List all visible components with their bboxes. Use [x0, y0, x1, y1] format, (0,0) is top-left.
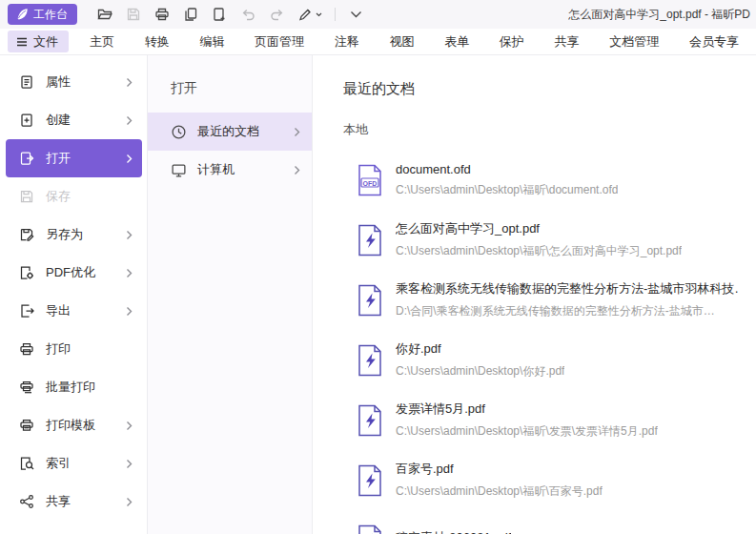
- menu-tab-convert[interactable]: 转换: [132, 29, 183, 54]
- submenu-arrow-icon: [126, 497, 133, 507]
- open-file-icon[interactable]: [91, 3, 119, 26]
- recent-file-item[interactable]: 发票详情5月.pdf C:\Users\admin\Desktop\福昕\发票\…: [357, 390, 738, 450]
- menu-tab-share[interactable]: 共享: [541, 29, 593, 54]
- pdf-file-icon: [357, 344, 383, 377]
- properties-icon: [19, 74, 34, 90]
- file-menu-item-label: PDF优化: [46, 264, 95, 281]
- file-name: document.ofd: [396, 162, 618, 176]
- recent-file-item[interactable]: document.ofd C:\Users\admin\Desktop\福昕\d…: [357, 150, 738, 210]
- file-name: 发票详情5月.pdf: [396, 400, 658, 418]
- workspace-button[interactable]: 工作台: [8, 4, 77, 25]
- ofd-file-icon: [357, 164, 383, 196]
- file-menu-item-batch-print[interactable]: 批量打印: [6, 368, 142, 406]
- recent-file-item[interactable]: 乘客检测系统无线传输数据的完整性分析方法-盐城市羽林科技… D:\合同\乘客检测…: [357, 270, 738, 330]
- file-path: C:\Users\admin\Desktop\福昕\document.ofd: [396, 182, 618, 198]
- new-from-file-icon[interactable]: [205, 3, 234, 26]
- quill-icon: [15, 8, 29, 21]
- file-menu-item-create[interactable]: 创建: [6, 101, 142, 139]
- pdf-file-icon: [357, 224, 383, 257]
- open-item-label: 最近的文档: [197, 123, 259, 140]
- file-menu-item-share[interactable]: 共享: [6, 483, 142, 521]
- file-name: 稿定素材-806381.pdf: [396, 529, 511, 534]
- file-menu-item-print[interactable]: 打印: [6, 330, 142, 368]
- file-path: C:\Users\admin\Desktop\福昕\怎么面对高中学习_opt.p…: [396, 243, 682, 259]
- redo-icon[interactable]: [262, 3, 291, 26]
- file-meta: 你好.pdf C:\Users\admin\Desktop\你好.pdf: [396, 340, 564, 380]
- submenu-arrow-icon: [126, 421, 133, 431]
- undo-icon[interactable]: [234, 3, 262, 26]
- recent-panel-title: 最近的文档: [343, 80, 756, 98]
- menu-tab-view[interactable]: 视图: [376, 29, 427, 54]
- menu-tab-home[interactable]: 主页: [76, 29, 128, 54]
- pdf-file-icon: [357, 524, 383, 534]
- recent-file-list: document.ofd C:\Users\admin\Desktop\福昕\d…: [343, 150, 756, 534]
- file-menu-item-label: 打印: [46, 340, 71, 358]
- file-menu-item-print-template[interactable]: 打印模板: [6, 406, 142, 444]
- share-icon: [19, 494, 34, 509]
- pdf-file-icon: [357, 404, 383, 437]
- pdf-file-icon: [357, 464, 383, 497]
- submenu-arrow-icon: [294, 127, 300, 137]
- file-menu-item-pdf-optimize[interactable]: PDF优化: [6, 254, 142, 292]
- pdf-file-icon: [357, 284, 383, 317]
- open-item-computer[interactable]: 计算机: [148, 151, 312, 189]
- file-meta: 百家号.pdf C:\Users\admin\Desktop\福昕\百家号.pd…: [396, 461, 603, 500]
- file-menu-item-open[interactable]: 打开: [6, 139, 142, 177]
- file-path: C:\Users\admin\Desktop\福昕\发票\发票详情5月.pdf: [396, 423, 658, 440]
- file-menu-item-label: 共享: [46, 493, 71, 510]
- pen-tool-icon[interactable]: [291, 3, 329, 26]
- menu-tab-edit[interactable]: 编辑: [186, 29, 237, 54]
- menu-tab-page-management[interactable]: 页面管理: [241, 29, 317, 54]
- menu-tab-comment[interactable]: 注释: [321, 29, 373, 54]
- file-menu-item-index[interactable]: 索引: [6, 444, 142, 483]
- file-menu-item-label: 属性: [46, 73, 71, 91]
- file-meta: 怎么面对高中学习_opt.pdf C:\Users\admin\Desktop\…: [396, 220, 682, 259]
- submenu-arrow-icon: [294, 165, 300, 175]
- create-icon: [19, 113, 34, 128]
- open-item-recent-documents[interactable]: 最近的文档: [148, 113, 312, 151]
- open-item-label: 计算机: [197, 161, 235, 178]
- submenu-arrow-icon: [126, 115, 133, 126]
- pdf-optimize-icon: [19, 265, 34, 280]
- file-meta: document.ofd C:\Users\admin\Desktop\福昕\d…: [396, 162, 618, 198]
- recent-file-item[interactable]: 怎么面对高中学习_opt.pdf C:\Users\admin\Desktop\…: [357, 210, 738, 270]
- file-menu-item-properties[interactable]: 属性: [6, 63, 142, 101]
- menu-tabs: 主页 转换 编辑 页面管理 注释 视图 表单 保护 共享 文档管理 会员专享: [76, 29, 752, 54]
- file-meta: 乘客检测系统无线传输数据的完整性分析方法-盐城市羽林科技… D:\合同\乘客检测…: [396, 280, 738, 319]
- save-as-icon: [19, 227, 34, 242]
- save-icon[interactable]: [119, 3, 148, 26]
- monitor-icon: [171, 162, 187, 178]
- document-title: 怎么面对高中学习_opt.pdf - 福昕PD: [568, 7, 750, 23]
- file-menu-item-save-as[interactable]: 另存为: [6, 216, 142, 254]
- file-menu-button[interactable]: 文件: [8, 31, 69, 52]
- file-path: C:\Users\admin\Desktop\你好.pdf: [396, 363, 564, 380]
- file-menu-item-label: 打印模板: [46, 417, 95, 434]
- file-path: D:\合同\乘客检测系统无线传输数据的完整性分析方法-盐城市…: [396, 303, 738, 319]
- foxit-app-window: 工作台: [0, 0, 756, 534]
- recent-file-item[interactable]: 稿定素材-806381.pdf: [357, 510, 738, 534]
- submenu-arrow-icon: [126, 230, 133, 240]
- customize-toolbar-icon[interactable]: [341, 3, 370, 26]
- file-menu-label: 文件: [33, 33, 58, 51]
- file-menu-item-label: 打开: [46, 150, 71, 167]
- menu-tab-document-management[interactable]: 文档管理: [596, 29, 672, 54]
- file-menu-item-label: 另存为: [46, 226, 83, 243]
- file-menu-item-label: 索引: [46, 455, 71, 472]
- titlebar: 工作台: [0, 0, 756, 29]
- file-name: 百家号.pdf: [396, 461, 603, 478]
- print-icon[interactable]: [148, 3, 176, 26]
- recent-file-item[interactable]: 百家号.pdf C:\Users\admin\Desktop\福昕\百家号.pd…: [357, 450, 738, 510]
- open-panel-title: 打开: [148, 72, 312, 113]
- file-menu-item-label: 创建: [46, 112, 71, 129]
- export-icon: [19, 303, 34, 318]
- recent-file-item[interactable]: 你好.pdf C:\Users\admin\Desktop\你好.pdf: [357, 330, 738, 390]
- file-name: 怎么面对高中学习_opt.pdf: [396, 220, 682, 237]
- file-menu-item-label: 批量打印: [46, 379, 95, 396]
- menubar: 文件 主页 转换 编辑 页面管理 注释 视图 表单 保护 共享 文档管理 会员专…: [0, 29, 756, 55]
- menu-tab-member[interactable]: 会员专享: [676, 29, 752, 54]
- file-menu-item-export[interactable]: 导出: [6, 292, 142, 330]
- file-menu-panel: 属性 创建 打开 保存: [0, 55, 756, 534]
- menu-tab-form[interactable]: 表单: [431, 29, 482, 54]
- menu-tab-protect[interactable]: 保护: [486, 29, 538, 54]
- copy-icon[interactable]: [176, 3, 205, 26]
